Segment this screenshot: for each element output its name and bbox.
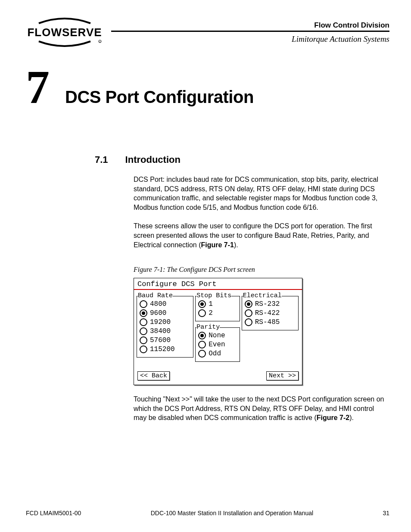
radio-icon xyxy=(198,350,206,358)
configure-dcs-port-screen: Configure DCS Port Baud Rate 48009600192… xyxy=(134,278,302,385)
radio-icon xyxy=(198,309,206,317)
radio-icon xyxy=(140,300,147,308)
radio-label: Odd xyxy=(209,350,221,358)
radio-icon xyxy=(245,300,252,308)
radio-icon xyxy=(245,318,252,326)
section-number: 7.1 xyxy=(95,154,108,165)
footer-doc-title: DDC-100 Master Station II Installation a… xyxy=(151,510,313,516)
radio-label: RS-485 xyxy=(255,318,280,326)
radio-label: 2 xyxy=(209,309,213,317)
radio-icon xyxy=(140,309,147,317)
radio-label: 19200 xyxy=(150,318,171,326)
footer-page-number: 31 xyxy=(383,510,389,516)
radio-label: 1 xyxy=(209,300,213,308)
radio-icon xyxy=(198,332,206,339)
stop-bits-group: Stop Bits 12 xyxy=(195,296,240,321)
radio-label: 9600 xyxy=(150,309,166,317)
electrical-label: Electrical xyxy=(243,292,282,299)
figure-ref: Figure 7-1 xyxy=(201,241,234,249)
radio-option[interactable]: 4800 xyxy=(140,300,190,308)
radio-option[interactable]: None xyxy=(198,332,237,339)
paragraph-text: ). xyxy=(234,241,238,249)
screen-title: Configure DCS Port xyxy=(134,278,302,290)
paragraph-text: ). xyxy=(349,414,354,421)
radio-option[interactable]: 57600 xyxy=(140,336,190,344)
radio-label: 4800 xyxy=(150,300,166,308)
radio-option[interactable]: RS-422 xyxy=(245,309,296,317)
radio-option[interactable]: 38400 xyxy=(140,327,190,335)
radio-icon xyxy=(140,327,147,335)
figure-caption: Figure 7-1: The Configure DCS Port scree… xyxy=(134,266,385,274)
radio-option[interactable]: RS-232 xyxy=(245,300,296,308)
radio-option[interactable]: 115200 xyxy=(140,345,190,353)
baud-rate-label: Baud Rate xyxy=(138,292,173,299)
paragraph: Touching "Next >>" will take the user to… xyxy=(134,395,385,423)
division-label: Flow Control Division xyxy=(111,21,389,30)
chapter-number: 7 xyxy=(26,68,50,106)
figure-ref: Figure 7-2 xyxy=(317,414,349,421)
logo-text: FLOWSERVE xyxy=(27,26,102,39)
radio-option[interactable]: 19200 xyxy=(140,318,190,326)
radio-option[interactable]: RS-485 xyxy=(245,318,296,326)
radio-icon xyxy=(198,300,206,308)
stop-bits-label: Stop Bits xyxy=(196,292,231,299)
radio-icon xyxy=(140,345,147,353)
electrical-group: Electrical RS-232RS-422RS-485 xyxy=(242,296,299,330)
page-footer: FCD LMAIM5001-00 DDC-100 Master Station … xyxy=(26,510,389,516)
baud-rate-group: Baud Rate 48009600192003840057600115200 xyxy=(137,296,193,358)
subbrand-label: Limitorque Actuation Systems xyxy=(111,34,389,44)
radio-label: None xyxy=(209,332,225,339)
radio-label: RS-422 xyxy=(255,309,280,317)
footer-doc-code: FCD LMAIM5001-00 xyxy=(26,510,81,516)
section-title: Introduction xyxy=(125,154,181,165)
radio-icon xyxy=(140,318,147,326)
parity-group: Parity NoneEvenOdd xyxy=(195,327,240,362)
radio-icon xyxy=(140,336,147,344)
back-button[interactable]: << Back xyxy=(137,371,170,380)
next-button[interactable]: Next >> xyxy=(266,371,299,380)
radio-label: RS-232 xyxy=(255,300,280,308)
header-rule xyxy=(111,31,389,32)
radio-label: 115200 xyxy=(150,345,175,353)
paragraph: These screens allow the user to configur… xyxy=(134,221,385,249)
flowserve-logo: FLOWSERVE R xyxy=(26,17,103,47)
radio-label: 57600 xyxy=(150,336,171,344)
radio-option[interactable]: Even xyxy=(198,341,237,348)
radio-label: 38400 xyxy=(150,327,171,335)
page-header: FLOWSERVE R Flow Control Division Limito… xyxy=(26,17,389,47)
svg-text:R: R xyxy=(100,41,101,43)
paragraph: DCS Port: includes baud rate for DCS com… xyxy=(134,175,385,212)
paragraph-text: These screens allow the user to configur… xyxy=(134,222,372,248)
radio-option[interactable]: 9600 xyxy=(140,309,190,317)
chapter-title: DCS Port Configuration xyxy=(65,87,254,107)
radio-label: Even xyxy=(209,341,225,348)
radio-option[interactable]: Odd xyxy=(198,350,237,358)
radio-option[interactable]: 1 xyxy=(198,300,237,308)
radio-icon xyxy=(245,309,252,317)
radio-option[interactable]: 2 xyxy=(198,309,237,317)
radio-icon xyxy=(198,341,206,348)
parity-label: Parity xyxy=(196,324,220,331)
